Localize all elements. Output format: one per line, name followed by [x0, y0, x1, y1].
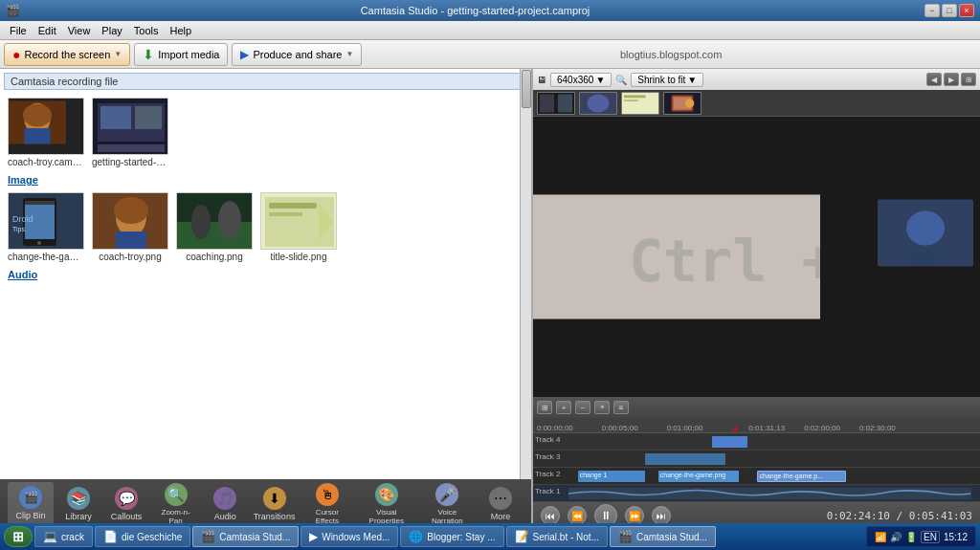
list-item[interactable]: coach-troy.camrec — [8, 98, 84, 167]
svg-text:Ctrl +: Ctrl + — [629, 228, 836, 295]
svg-point-18 — [114, 197, 148, 224]
size-dropdown-arrow[interactable]: ▼ — [595, 75, 605, 85]
mini-timeline: ⊞ + − ⌖ ≡ 0:00:00;00 0:00:05;00 0:01:00;… — [533, 397, 980, 502]
mini-timeline-toolbar: ⊞ + − ⌖ ≡ — [533, 397, 980, 418]
svg-rect-26 — [269, 203, 317, 209]
getting-started-thumb — [92, 98, 168, 155]
list-item[interactable]: coach-troy.png — [92, 192, 168, 262]
effects-tab-bar: 🎬 Clip Bin 📚 Library 💬 Callouts 🔍 Zoom-n… — [0, 479, 531, 529]
mini-tl-btn5[interactable]: ≡ — [613, 401, 629, 414]
tab-voice-narration[interactable]: 🎤 Voice Narration — [419, 479, 476, 529]
system-clock: 15:12 — [944, 532, 968, 542]
menu-tools[interactable]: Tools — [128, 23, 165, 38]
mini-track-4: Track 4 — [533, 433, 980, 451]
taskbar-item-crack[interactable]: 💻 crack — [34, 526, 93, 547]
svg-rect-7 — [135, 106, 162, 129]
taskbar-item-serial[interactable]: 📝 Serial.bt - Not... — [506, 526, 608, 547]
menu-help[interactable]: Help — [164, 23, 197, 38]
taskbar-item-windows-media[interactable]: ▶ Windows Med... — [301, 526, 398, 547]
main-area: Camtasia recording file coach-troy.camre… — [0, 69, 980, 529]
title-bar: 🎬 Camtasia Studio - getting-started-proj… — [0, 0, 980, 21]
menu-play[interactable]: Play — [96, 23, 127, 38]
taskbar-item-blogger[interactable]: 🌐 Blogger: Stay ... — [400, 526, 503, 547]
menu-file[interactable]: File — [4, 23, 33, 38]
preview-thumb-2[interactable] — [579, 92, 617, 115]
svg-point-45 — [906, 211, 945, 246]
svg-rect-21 — [177, 222, 253, 250]
taskbar-item-camtasia2[interactable]: 🎬 Camtasia Stud... — [610, 526, 716, 547]
svg-text:Droid: Droid — [12, 214, 33, 224]
language-indicator[interactable]: EN — [921, 531, 940, 543]
menu-view[interactable]: View — [62, 23, 97, 38]
preview-thumb-1[interactable] — [537, 92, 575, 115]
image-media-grid: Droid Tips change-the-game... — [0, 188, 531, 266]
skip-to-end-button[interactable]: ⏭ — [652, 506, 671, 525]
step-forward-button[interactable]: ⏩ — [625, 506, 644, 525]
import-media-button[interactable]: ⬇ Import media — [134, 43, 228, 66]
tab-cursor-effects[interactable]: 🖱 Cursor Effects — [301, 479, 354, 529]
mini-track-1: Track 1 — [533, 485, 980, 502]
minimize-button[interactable]: − — [924, 4, 940, 17]
right-panel: 🖥 640x360 ▼ 🔍 Shrink to fit ▼ ◀ ▶ ⊞ — [533, 69, 980, 529]
tab-clip-bin[interactable]: 🎬 Clip Bin — [8, 482, 54, 526]
svg-rect-27 — [269, 212, 302, 216]
tab-zoom-pan[interactable]: 🔍 Zoom-n-Pan — [151, 479, 200, 529]
maximize-button[interactable]: □ — [942, 4, 957, 17]
title-slide-png-thumb — [260, 192, 337, 250]
window-controls: − □ × — [924, 4, 974, 17]
volume-icon: 🔊 — [890, 532, 902, 542]
taskbar-item-camtasia[interactable]: 🎬 Camtasia Stud... — [192, 526, 299, 547]
preview-thumb-3[interactable] — [621, 92, 659, 115]
preview-size-selector[interactable]: 640x360 ▼ — [550, 73, 612, 87]
mini-tl-btn3[interactable]: − — [575, 401, 590, 414]
svg-rect-46 — [911, 251, 940, 265]
fit-mode-selector[interactable]: Shrink to fit ▼ — [631, 73, 703, 87]
list-item[interactable]: title-slide.png — [260, 192, 337, 262]
search-icon: 🔍 — [615, 75, 627, 85]
preview-thumb-4[interactable] — [663, 92, 702, 115]
window-title: Camtasia Studio - getting-started-projec… — [26, 5, 924, 16]
mini-tl-btn2[interactable]: + — [556, 401, 571, 414]
tab-audio[interactable]: 🎵 Audio — [202, 483, 248, 525]
record-screen-button[interactable]: ● Record the screen ▼ — [4, 43, 130, 66]
record-icon: ● — [12, 47, 20, 62]
battery-icon: 🔋 — [905, 532, 917, 542]
svg-rect-19 — [116, 231, 146, 250]
svg-rect-3 — [25, 128, 51, 144]
preview-toolbar: 🖥 640x360 ▼ 🔍 Shrink to fit ▼ ◀ ▶ ⊞ — [533, 69, 980, 90]
produce-dropdown-arrow[interactable]: ▼ — [345, 50, 353, 58]
close-button[interactable]: × — [959, 4, 974, 17]
taskbar-item-die-geschichte[interactable]: 📄 die Geschiche — [95, 526, 190, 547]
playback-time: 0:02:24:10 / 0:05:41:03 — [827, 510, 972, 522]
audio-section-header: Audio — [0, 266, 531, 283]
record-dropdown-arrow[interactable]: ▼ — [114, 50, 122, 58]
import-icon: ⬇ — [143, 47, 154, 62]
list-item[interactable]: Droid Tips change-the-game... — [8, 192, 84, 262]
clip-bin-scrollbar[interactable] — [520, 69, 531, 479]
produce-share-button[interactable]: ▶ Produce and share ▼ — [232, 43, 362, 66]
camtasia-recording-section: Camtasia recording file — [4, 73, 527, 90]
svg-rect-29 — [540, 94, 554, 112]
coach-troy-camrec-thumb — [8, 98, 84, 155]
mini-tl-btn1[interactable]: ⊞ — [537, 401, 552, 414]
produce-icon: ▶ — [240, 48, 249, 61]
scrollbar-thumb[interactable] — [522, 70, 531, 108]
mini-tl-btn4[interactable]: ⌖ — [594, 401, 610, 414]
menu-edit[interactable]: Edit — [33, 23, 62, 38]
step-back-button[interactable]: ⏪ — [568, 506, 587, 525]
tab-library[interactable]: 📚 Library — [56, 483, 101, 525]
list-item[interactable]: coaching.png — [176, 192, 253, 262]
start-button[interactable]: ⊞ — [4, 526, 33, 547]
tab-more[interactable]: ⋯ More — [478, 483, 523, 525]
change-the-game-thumb: Droid Tips — [8, 192, 84, 250]
preview-btn-2[interactable]: ▶ — [944, 73, 959, 86]
tab-transitions[interactable]: ⬇ Transitions — [250, 483, 299, 525]
fit-dropdown-arrow[interactable]: ▼ — [687, 75, 697, 85]
tab-callouts[interactable]: 💬 Callouts — [103, 483, 149, 525]
rewind-to-start-button[interactable]: ⏮ — [541, 506, 560, 525]
preview-btn-3[interactable]: ⊞ — [961, 73, 976, 86]
tab-visual-properties[interactable]: 🎨 Visual Properties — [356, 479, 417, 529]
list-item[interactable]: getting-started-pr... — [92, 98, 168, 167]
mini-track-3: Track 3 — [533, 451, 980, 468]
preview-btn-1[interactable]: ◀ — [926, 73, 942, 86]
